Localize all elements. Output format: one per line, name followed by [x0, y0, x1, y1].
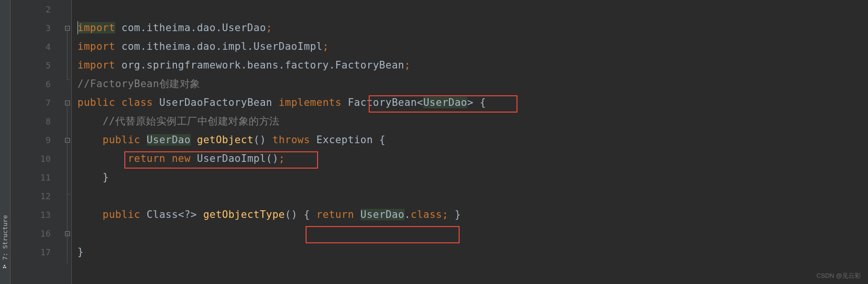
code-line: public class UserDaoFactoryBean implemen… [77, 93, 868, 112]
svg-rect-0 [3, 267, 4, 268]
line-number: 5 [11, 56, 64, 75]
line-number: 8 [11, 112, 64, 131]
code-line [77, 187, 868, 205]
fold-toggle[interactable]: − [65, 26, 70, 31]
code-line: import org.springframework.beans.factory… [77, 56, 868, 75]
code-line [77, 224, 868, 243]
code-line: //代替原始实例工厂中创建对象的方法 [77, 112, 868, 131]
line-number: 12 [11, 187, 64, 205]
fold-toggle[interactable]: + [65, 231, 70, 236]
fold-toggle[interactable]: − [65, 101, 70, 105]
fold-gutter: − − − + [64, 0, 72, 284]
structure-tab-label: 7: Structure [1, 215, 9, 260]
fold-end [67, 194, 70, 194]
line-number: 13 [11, 205, 64, 224]
fold-end [67, 80, 70, 80]
code-line: } [77, 243, 868, 261]
line-number: 17 [11, 243, 64, 261]
line-number: 16 [11, 224, 64, 243]
svg-rect-1 [5, 267, 6, 268]
structure-icon [2, 262, 9, 269]
line-number: 6 [11, 75, 64, 93]
code-line: public Class<?> getObjectType() { return… [77, 205, 868, 224]
line-number: 2 [11, 0, 64, 19]
code-line: //FactoryBean创建对象 [77, 75, 868, 93]
line-number: 9 [11, 131, 64, 149]
fold-line [67, 143, 67, 194]
code-content[interactable]: import com.itheima.dao.UserDao; import c… [72, 0, 868, 284]
code-line: public UserDao getObject() throws Except… [77, 131, 868, 149]
fold-line [67, 31, 67, 80]
code-line: return new UserDaoImpl(); [77, 149, 868, 168]
text-cursor [77, 21, 78, 34]
code-line: import com.itheima.dao.impl.UserDaoImpl; [77, 37, 868, 56]
code-line: import com.itheima.dao.UserDao; [77, 19, 868, 37]
watermark: CSDN @见云彩 [816, 272, 861, 280]
line-number: 3 [11, 19, 64, 37]
fold-toggle[interactable]: − [65, 138, 70, 143]
line-number: 7 [11, 93, 64, 112]
code-line [77, 0, 868, 19]
structure-tool-tab[interactable]: 7: Structure [0, 0, 11, 284]
line-number: 10 [11, 149, 64, 168]
code-editor[interactable]: 2 3 4 5 6 7 8 9 10 11 12 13 16 17 − − − … [11, 0, 868, 284]
code-line: } [77, 168, 868, 187]
line-number: 4 [11, 37, 64, 56]
line-number: 11 [11, 168, 64, 187]
line-number-gutter: 2 3 4 5 6 7 8 9 10 11 12 13 16 17 [11, 0, 64, 284]
svg-rect-2 [4, 265, 5, 266]
